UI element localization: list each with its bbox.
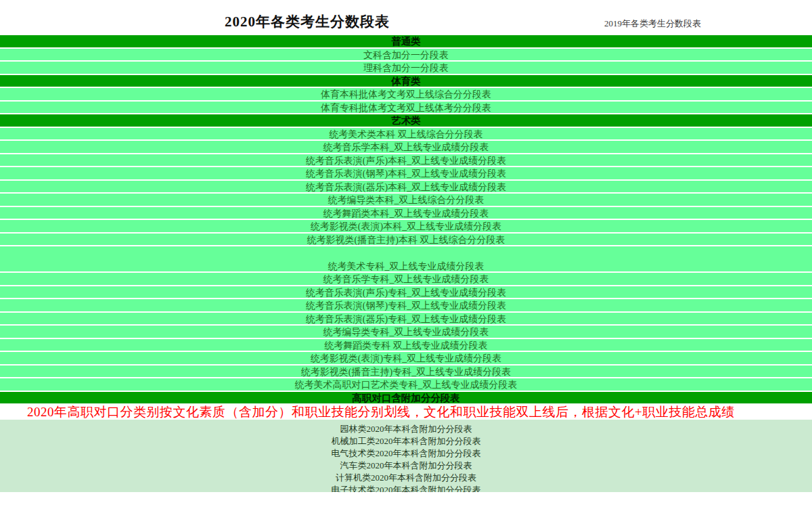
score-table-link[interactable]: 统考音乐表演(声乐)专科_双上线专业成绩分段表 xyxy=(0,286,812,300)
score-table-link[interactable]: 统考影视类(播音主持)本科 双上线综合分分段表 xyxy=(0,234,812,247)
vocational-table-link[interactable]: 计算机类2020年本科含附加分分段表 xyxy=(0,472,812,484)
score-table-link[interactable]: 统考影视类(播音主持)专科_双上线专业成绩分段表 xyxy=(0,366,812,379)
score-table-link[interactable]: 统考音乐学专科_双上线专业成绩分段表 xyxy=(0,273,812,286)
score-table-page: 2020年各类考生分数段表 2019年各类考生分数段表 普通类 文科含加分一分段… xyxy=(0,0,812,530)
link-2019-tables[interactable]: 2019年各类考生分数段表 xyxy=(604,18,701,30)
score-table-link[interactable]: 统考音乐表演(声乐)本科_双上线专业成绩分段表 xyxy=(0,154,812,168)
score-table-link[interactable]: 统考编导类本科_双上线综合分分段表 xyxy=(0,194,812,207)
section-header-vocational: 高职对口含附加分分段表 xyxy=(0,392,812,405)
score-table-link[interactable]: 文科含加分一分段表 xyxy=(0,49,812,62)
score-table-link[interactable]: 理科含加分一分段表 xyxy=(0,62,812,75)
empty-row xyxy=(0,246,812,260)
score-table-link[interactable]: 统考美术专科_双上线专业成绩分段表 xyxy=(0,260,812,273)
score-table-link[interactable]: 统考美术类本科 双上线综合分分段表 xyxy=(0,128,812,141)
score-table-link[interactable]: 体育专科批体考文考双上线体考分分段表 xyxy=(0,102,812,115)
page-header: 2020年各类考生分数段表 2019年各类考生分数段表 xyxy=(0,0,812,35)
page-title: 2020年各类考生分数段表 xyxy=(225,12,390,31)
score-table-link[interactable]: 统考音乐表演(钢琴)专科_双上线专业成绩分段表 xyxy=(0,299,812,313)
score-table-link[interactable]: 统考编导类专科_双上线专业成绩分段表 xyxy=(0,326,812,339)
vocational-table-link[interactable]: 电气技术类2020年本科含附加分分段表 xyxy=(0,447,812,460)
section-header-sports: 体育类 xyxy=(0,75,812,89)
section-header-arts: 艺术类 xyxy=(0,114,812,128)
score-table-link[interactable]: 统考音乐表演(钢琴)本科_双上线专业成绩分段表 xyxy=(0,167,812,181)
vocational-links-block: 园林类2020年本科含附加分分段表 机械加工类2020年本科含附加分分段表 电气… xyxy=(0,420,812,492)
score-table-link[interactable]: 统考舞蹈类专科 双上线专业成绩分段表 xyxy=(0,339,812,353)
vocational-table-link[interactable]: 园林类2020年本科含附加分分段表 xyxy=(0,423,812,435)
score-table-link[interactable]: 统考音乐表演(器乐)专科_双上线专业成绩分段表 xyxy=(0,313,812,326)
score-table-link[interactable]: 统考舞蹈类本科_双上线专业成绩分段表 xyxy=(0,207,812,221)
vocational-table-link[interactable]: 机械加工类2020年本科含附加分分段表 xyxy=(0,435,812,447)
score-table-link[interactable]: 统考美术高职对口艺术类专科_双上线专业成绩分段表 xyxy=(0,378,812,392)
score-table-link[interactable]: 统考影视类(表演)本科_双上线专业成绩分段表 xyxy=(0,220,812,234)
vocational-notice: 2020年高职对口分类别按文化素质（含加分）和职业技能分别划线，文化和职业技能双… xyxy=(0,405,812,420)
vocational-table-link[interactable]: 汽车类2020年本科含附加分分段表 xyxy=(0,460,812,472)
vocational-table-link[interactable]: 电子技术类2020年本科含附加分分段表 xyxy=(0,484,812,492)
score-table-link[interactable]: 统考音乐学本科_双上线专业成绩分段表 xyxy=(0,141,812,154)
score-table-link[interactable]: 统考影视类(表演)专科_双上线专业成绩分段表 xyxy=(0,352,812,366)
score-table-link[interactable]: 统考音乐表演(器乐)本科_双上线专业成绩分段表 xyxy=(0,181,812,194)
score-table-link[interactable]: 体育本科批体考文考双上线综合分分段表 xyxy=(0,88,812,102)
section-header-general: 普通类 xyxy=(0,35,812,49)
